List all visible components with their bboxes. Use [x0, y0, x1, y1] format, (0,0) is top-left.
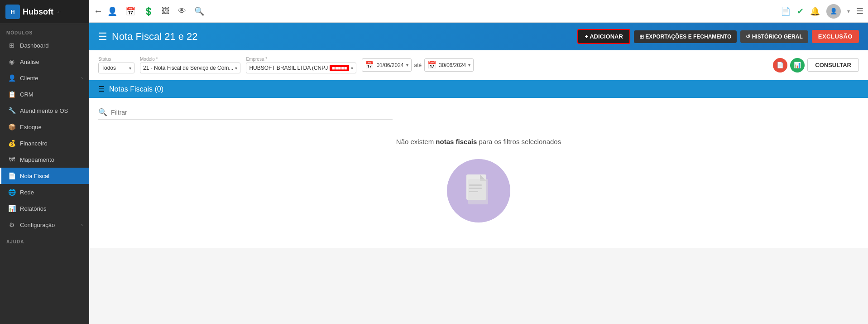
header-actions: + ADICIONAR ⊞ EXPORTAÇÕES E FECHAMENTO ↺…: [577, 29, 859, 44]
page-header: ☰ Nota Fiscal 21 e 22 + ADICIONAR ⊞ EXPO…: [89, 23, 868, 50]
adicionar-button[interactable]: + ADICIONAR: [577, 29, 630, 44]
document-icon[interactable]: 📄: [781, 6, 791, 16]
date-to-value: 30/06/2024: [439, 62, 466, 68]
image-icon[interactable]: 🖼: [162, 6, 170, 16]
sidebar-item-atendimento[interactable]: 🔧 Atendimento e OS: [0, 102, 89, 119]
filter-group-empresa: Empresa * HUBSOFT BRASIL LTDA (CNPJ ■■■■…: [246, 57, 356, 73]
date-from-picker[interactable]: 📅 01/06/2024 ▾: [362, 58, 411, 72]
nota-fiscal-icon: 📄: [8, 172, 16, 180]
sidebar-section-modulos: MÓDULOS ⊞ Dashboard ◉ Análise 👤 Cliente …: [0, 24, 89, 233]
empresa-chevron-icon: ▾: [351, 66, 353, 71]
calendar-icon[interactable]: 📅: [125, 6, 135, 16]
modelo-chevron-icon: ▾: [235, 66, 237, 71]
relatorios-icon: 📊: [8, 204, 16, 213]
sidebar-item-dashboard[interactable]: ⊞ Dashboard: [0, 37, 89, 53]
content-header: ☰ Notas Fiscais (0): [89, 80, 868, 98]
crm-icon: 📋: [8, 90, 16, 98]
financeiro-icon: 💰: [8, 139, 16, 147]
content-area: ☰ Notas Fiscais (0) 🔍 Não existem notas …: [89, 80, 868, 324]
filter-date-group: 📅 01/06/2024 ▾ até 📅 30/06/2024 ▾: [362, 58, 474, 72]
sidebar-item-configuracao[interactable]: ⚙ Configuração ›: [0, 217, 89, 233]
topnav-right-group: 📄 ✔ 🔔 👤 ▾ ☰: [781, 4, 863, 19]
estoque-icon: 📦: [8, 123, 16, 131]
sidebar-item-label-estoque: Estoque: [20, 124, 42, 131]
filter-search-icon: 🔍: [98, 108, 107, 116]
main-content: ← 👤 📅 💲 🖼 👁 🔍 📄 ✔ 🔔 👤 ▾ ☰ ☰ Nota Fiscal …: [89, 0, 868, 324]
excel-button[interactable]: 📊: [790, 58, 805, 73]
sidebar-item-estoque[interactable]: 📦 Estoque: [0, 119, 89, 135]
back-button[interactable]: ←: [94, 6, 103, 16]
atendimento-icon: 🔧: [8, 106, 16, 115]
hamburger-menu-icon[interactable]: ☰: [856, 6, 863, 16]
analise-icon: ◉: [8, 58, 16, 66]
sidebar-item-analise[interactable]: ◉ Análise: [0, 53, 89, 70]
dashboard-icon: ⊞: [8, 41, 16, 49]
logo-text: Hubsoft: [23, 7, 53, 17]
sidebar-item-label-financeiro: Financeiro: [20, 140, 48, 147]
content-header-icon: ☰: [98, 85, 105, 93]
excel-icon: 📊: [794, 62, 801, 68]
date-to-picker[interactable]: 📅 30/06/2024 ▾: [424, 58, 474, 72]
filter-input-wrap: 🔍: [98, 105, 393, 120]
mapeamento-icon: 🗺: [8, 155, 16, 164]
svg-rect-5: [468, 179, 488, 204]
chevron-right-icon: ›: [81, 75, 83, 81]
historico-button[interactable]: ↺ HISTÓRICO GERAL: [740, 30, 808, 43]
avatar-chevron-icon[interactable]: ▾: [847, 8, 850, 15]
empresa-highlight: ■■■■■: [330, 65, 349, 71]
sidebar-item-crm[interactable]: 📋 CRM: [0, 86, 89, 102]
eye-icon[interactable]: 👁: [178, 6, 186, 16]
cliente-icon: 👤: [8, 74, 16, 82]
sidebar-item-nota-fiscal[interactable]: 📄 Nota Fiscal: [0, 168, 89, 184]
sidebar-item-label-configuracao: Configuração: [20, 222, 55, 228]
empty-document-icon: [463, 173, 494, 209]
empty-state: Não existem notas fiscais para os filtro…: [98, 120, 859, 241]
sidebar-collapse-icon[interactable]: ←: [56, 8, 62, 15]
sidebar-section-label-ajuda: AJUDA: [0, 233, 89, 246]
sidebar-item-label-cliente: Cliente: [20, 75, 38, 82]
modelo-value: 21 - Nota Fiscal de Serviço de Com...: [143, 65, 233, 71]
filter-group-modelo: Modelo * 21 - Nota Fiscal de Serviço de …: [140, 57, 240, 73]
status-select[interactable]: Todos ▾: [98, 63, 134, 73]
sidebar-item-rede[interactable]: 🌐 Rede: [0, 184, 89, 200]
filter-input[interactable]: [111, 109, 393, 116]
consultar-button[interactable]: CONSULTAR: [807, 58, 859, 72]
filter-bar: Status Todos ▾ Modelo * 21 - Nota Fiscal…: [89, 50, 868, 80]
checkmark-icon[interactable]: ✔: [797, 6, 804, 16]
empty-icon-circle: [447, 159, 510, 222]
empty-message: Não existem notas fiscais para os filtro…: [396, 138, 561, 145]
avatar[interactable]: 👤: [826, 4, 841, 19]
calendar-to-icon: 📅: [427, 61, 436, 69]
bell-icon[interactable]: 🔔: [810, 6, 820, 16]
sidebar-item-cliente[interactable]: 👤 Cliente ›: [0, 70, 89, 86]
search-icon[interactable]: 🔍: [194, 6, 204, 16]
sidebar-section-label-modulos: MÓDULOS: [0, 24, 89, 37]
sidebar-item-mapeamento[interactable]: 🗺 Mapeamento: [0, 151, 89, 168]
sidebar-item-label-dashboard: Dashboard: [20, 42, 49, 49]
status-label: Status: [98, 57, 134, 62]
date-separator: até: [414, 62, 422, 68]
sidebar-item-label-crm: CRM: [20, 91, 34, 98]
sidebar-item-label-atendimento: Atendimento e OS: [20, 107, 68, 114]
calendar-from-icon: 📅: [365, 61, 374, 69]
empresa-select[interactable]: HUBSOFT BRASIL LTDA (CNPJ ■■■■■ ▾: [246, 63, 356, 73]
top-nav: ← 👤 📅 💲 🖼 👁 🔍 📄 ✔ 🔔 👤 ▾ ☰: [89, 0, 868, 23]
modelo-select[interactable]: 21 - Nota Fiscal de Serviço de Com... ▾: [140, 63, 240, 73]
sidebar-item-relatorios[interactable]: 📊 Relatórios: [0, 200, 89, 217]
page-header-icon: ☰: [98, 31, 107, 43]
topnav-icon-group: 👤 📅 💲 🖼 👁 🔍: [107, 6, 781, 16]
pdf-button[interactable]: 📄: [773, 58, 787, 73]
person-icon[interactable]: 👤: [107, 6, 117, 16]
exclusao-button[interactable]: EXCLUSÃO: [812, 30, 859, 43]
dollar-icon[interactable]: 💲: [144, 6, 153, 16]
rede-icon: 🌐: [8, 188, 16, 196]
sidebar-item-label-analise: Análise: [20, 58, 39, 65]
status-chevron-icon: ▾: [129, 66, 131, 71]
exportacoes-button[interactable]: ⊞ EXPORTAÇÕES E FECHAMENTO: [634, 30, 737, 43]
date-from-chevron-icon: ▾: [406, 63, 408, 68]
sidebar-section-ajuda: AJUDA: [0, 233, 89, 246]
sidebar-item-financeiro[interactable]: 💰 Financeiro: [0, 135, 89, 151]
logo-icon: H: [5, 5, 20, 19]
content-body: 🔍 Não existem notas fiscais para os filt…: [89, 98, 868, 248]
status-value: Todos: [101, 65, 127, 71]
